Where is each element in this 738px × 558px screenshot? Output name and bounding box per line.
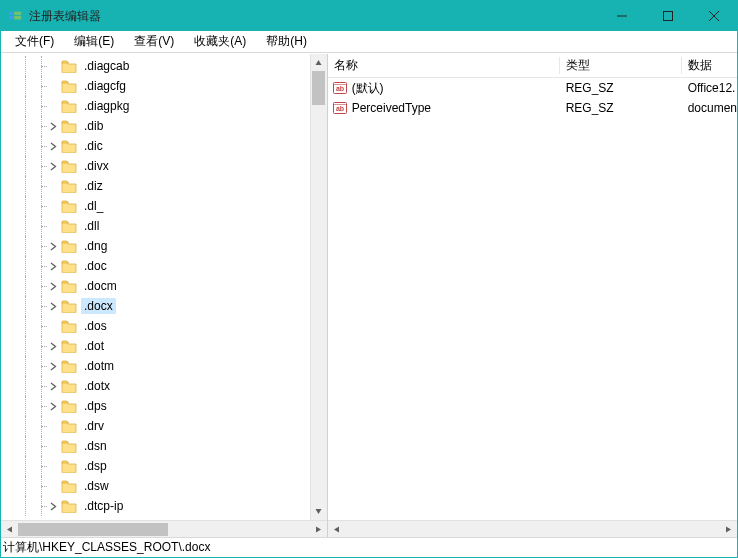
expand-icon (47, 200, 59, 212)
tree-node[interactable]: .dib (1, 116, 310, 136)
tree-node[interactable]: .diagcab (1, 56, 310, 76)
tree-node-label: .divx (81, 158, 112, 174)
svg-rect-2 (9, 16, 13, 20)
folder-icon (61, 259, 77, 273)
values-hscrollbar[interactable] (328, 520, 737, 537)
folder-icon (61, 419, 77, 433)
tree-node[interactable]: .dtcp-ip (1, 496, 310, 516)
tree-node[interactable]: .doc (1, 256, 310, 276)
scroll-up-icon[interactable] (310, 54, 327, 71)
tree-node[interactable]: .docx (1, 296, 310, 316)
expand-icon[interactable] (47, 280, 59, 292)
content-panes: .diagcab.diagcfg.diagpkg.dib.dic.divx.di… (1, 53, 737, 537)
tree-node[interactable]: .dng (1, 236, 310, 256)
value-row[interactable]: PerceivedTypeREG_SZdocumen (328, 98, 737, 118)
titlebar[interactable]: 注册表编辑器 (1, 1, 737, 31)
expand-icon[interactable] (47, 400, 59, 412)
tree-node[interactable]: .dll (1, 216, 310, 236)
expand-icon (47, 480, 59, 492)
value-data: documen (682, 101, 737, 115)
expand-icon[interactable] (47, 300, 59, 312)
tree-node[interactable]: .dos (1, 316, 310, 336)
tree-node-label: .drv (81, 418, 107, 434)
expand-icon[interactable] (47, 340, 59, 352)
menu-file[interactable]: 文件(F) (5, 31, 64, 52)
expand-icon (47, 220, 59, 232)
expand-icon[interactable] (47, 120, 59, 132)
scroll-thumb[interactable] (18, 523, 168, 536)
svg-marker-12 (334, 526, 339, 532)
menu-favorites[interactable]: 收藏夹(A) (184, 31, 256, 52)
folder-icon (61, 339, 77, 353)
menubar: 文件(F) 编辑(E) 查看(V) 收藏夹(A) 帮助(H) (1, 31, 737, 53)
tree-node[interactable]: .dsn (1, 436, 310, 456)
tree-node[interactable]: .dotx (1, 376, 310, 396)
scroll-thumb[interactable] (345, 523, 720, 536)
folder-icon (61, 499, 77, 513)
expand-icon[interactable] (47, 260, 59, 272)
statusbar: 计算机\HKEY_CLASSES_ROOT\.docx (1, 537, 737, 557)
column-data[interactable]: 数据 (682, 57, 737, 74)
close-button[interactable] (691, 1, 737, 31)
tree-node-label: .dtcp-ip (81, 498, 126, 514)
tree-node[interactable]: .docm (1, 276, 310, 296)
expand-icon[interactable] (47, 500, 59, 512)
scroll-thumb[interactable] (312, 71, 325, 105)
menu-help[interactable]: 帮助(H) (256, 31, 317, 52)
registry-tree[interactable]: .diagcab.diagcfg.diagpkg.dib.dic.divx.di… (1, 54, 310, 516)
folder-icon (61, 359, 77, 373)
expand-icon[interactable] (47, 160, 59, 172)
tree-node-label: .dsw (81, 478, 112, 494)
tree-node[interactable]: .dic (1, 136, 310, 156)
folder-icon (61, 299, 77, 313)
expand-icon[interactable] (47, 140, 59, 152)
value-row[interactable]: (默认)REG_SZOffice12. (328, 78, 737, 98)
folder-icon (61, 79, 77, 93)
minimize-button[interactable] (599, 1, 645, 31)
expand-icon (47, 460, 59, 472)
value-name: PerceivedType (352, 101, 560, 115)
tree-vscrollbar[interactable] (310, 54, 327, 520)
scroll-left-icon[interactable] (1, 521, 18, 538)
menu-edit[interactable]: 编辑(E) (64, 31, 124, 52)
tree-node[interactable]: .dsw (1, 476, 310, 496)
folder-icon (61, 379, 77, 393)
svg-marker-9 (316, 509, 322, 514)
scroll-down-icon[interactable] (310, 503, 327, 520)
tree-node[interactable]: .divx (1, 156, 310, 176)
menu-view[interactable]: 查看(V) (124, 31, 184, 52)
tree-node-label: .dotm (81, 358, 117, 374)
expand-icon[interactable] (47, 360, 59, 372)
values-list[interactable]: (默认)REG_SZOffice12.PerceivedTypeREG_SZdo… (328, 78, 737, 520)
tree-node-label: .dll (81, 218, 102, 234)
value-type: REG_SZ (560, 101, 682, 115)
tree-node[interactable]: .dsp (1, 456, 310, 476)
scroll-left-icon[interactable] (328, 521, 345, 538)
tree-node[interactable]: .dps (1, 396, 310, 416)
tree-node-label: .dot (81, 338, 107, 354)
scroll-right-icon[interactable] (720, 521, 737, 538)
expand-icon[interactable] (47, 380, 59, 392)
tree-node-label: .diagcab (81, 58, 132, 74)
expand-icon[interactable] (47, 240, 59, 252)
scroll-right-icon[interactable] (310, 521, 327, 538)
expand-icon (47, 420, 59, 432)
tree-hscrollbar[interactable] (1, 520, 327, 537)
tree-node[interactable]: .dl_ (1, 196, 310, 216)
maximize-button[interactable] (645, 1, 691, 31)
column-name[interactable]: 名称 (328, 57, 560, 74)
tree-node[interactable]: .dot (1, 336, 310, 356)
tree-node[interactable]: .diagpkg (1, 96, 310, 116)
svg-marker-8 (316, 60, 322, 65)
tree-node[interactable]: .diz (1, 176, 310, 196)
tree-node[interactable]: .diagcfg (1, 76, 310, 96)
value-data: Office12. (682, 81, 737, 95)
tree-node[interactable]: .drv (1, 416, 310, 436)
values-header: 名称 类型 数据 (328, 54, 737, 78)
tree-node-label: .docm (81, 278, 120, 294)
folder-icon (61, 399, 77, 413)
value-type: REG_SZ (560, 81, 682, 95)
tree-node-label: .diagcfg (81, 78, 129, 94)
column-type[interactable]: 类型 (560, 57, 682, 74)
tree-node[interactable]: .dotm (1, 356, 310, 376)
